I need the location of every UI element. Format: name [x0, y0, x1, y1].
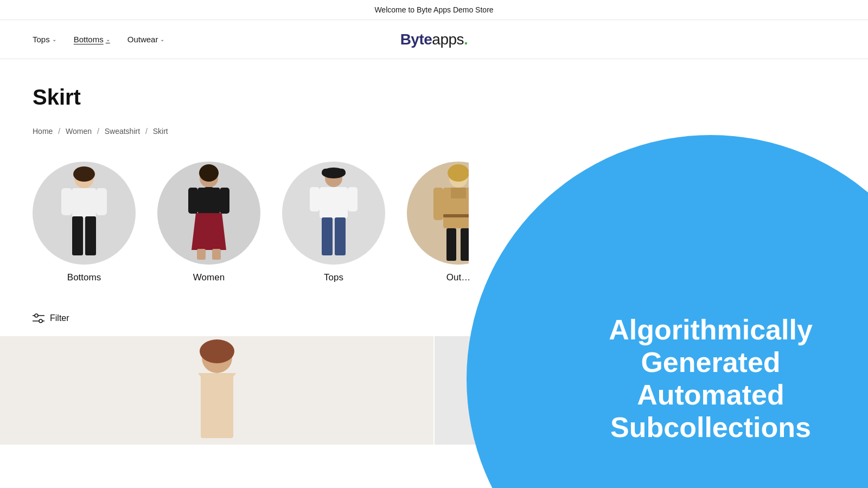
announcement-text: Welcome to Byte Apps Demo Store — [374, 5, 493, 14]
collection-outwear-label: Out… — [446, 272, 470, 283]
svg-rect-12 — [212, 249, 221, 260]
svg-point-24 — [448, 164, 469, 182]
svg-rect-37 — [201, 373, 233, 438]
svg-rect-13 — [188, 188, 198, 214]
collection-outwear-circle — [407, 162, 510, 265]
breadcrumb-sep-1: / — [58, 127, 62, 136]
collection-tops[interactable]: Tops — [282, 162, 385, 283]
svg-rect-31 — [474, 188, 483, 220]
breadcrumb-skirt[interactable]: Skirt — [153, 127, 168, 136]
logo-dot: . — [464, 31, 468, 48]
breadcrumb-home[interactable]: Home — [33, 127, 53, 136]
svg-rect-20 — [348, 187, 358, 211]
tops-figure — [301, 163, 366, 264]
collection-women-circle — [157, 162, 260, 265]
breadcrumb-sep-2: / — [97, 127, 101, 136]
svg-rect-30 — [433, 188, 443, 220]
svg-rect-5 — [61, 188, 72, 215]
breadcrumb: Home / Women / Sweatshirt / Skirt — [33, 127, 835, 136]
breadcrumb-sep-3: / — [145, 127, 150, 136]
collection-women[interactable]: Women — [157, 162, 260, 283]
collection-tops-circle — [282, 162, 385, 265]
women-figure — [176, 163, 241, 264]
collection-bottoms-circle — [33, 162, 136, 265]
collection-women-label: Women — [193, 272, 225, 283]
svg-rect-14 — [220, 188, 229, 214]
filter-sliders-icon — [33, 313, 44, 323]
svg-point-33 — [35, 314, 38, 317]
nav-item-bottoms[interactable]: Bottoms ⌄ — [74, 35, 110, 44]
nav-tops-chevron: ⌄ — [52, 36, 56, 42]
svg-point-35 — [39, 319, 42, 323]
bottoms-figure — [52, 163, 117, 264]
collection-bottoms-label: Bottoms — [67, 272, 101, 283]
svg-point-1 — [73, 166, 95, 182]
collection-tops-label: Tops — [324, 272, 343, 283]
product-1-figure — [163, 336, 271, 445]
nav-outwear-chevron: ⌄ — [160, 36, 164, 42]
page-title: Skirt — [33, 85, 835, 110]
filter-icon[interactable] — [33, 313, 44, 323]
svg-rect-11 — [197, 249, 206, 260]
announcement-bar: Welcome to Byte Apps Demo Store — [0, 0, 868, 20]
svg-rect-21 — [322, 217, 333, 255]
nav-outwear-label: Outwear — [127, 35, 158, 44]
svg-rect-6 — [96, 188, 107, 215]
svg-rect-3 — [72, 216, 83, 255]
collection-bottoms[interactable]: Bottoms — [33, 162, 136, 283]
product-card-1[interactable] — [0, 336, 433, 445]
svg-rect-19 — [310, 187, 320, 211]
outwear-figure — [426, 163, 491, 264]
svg-rect-10 — [205, 187, 213, 194]
breadcrumb-sweatshirt[interactable]: Sweatshirt — [105, 127, 140, 136]
svg-rect-4 — [85, 216, 96, 255]
svg-rect-18 — [320, 187, 348, 219]
logo-suffix: apps — [432, 31, 464, 48]
navigation: Tops ⌄ Bottoms ⌄ Outwear ⌄ Byteapps. — [0, 20, 868, 59]
nav-tops-label: Tops — [33, 35, 50, 44]
logo[interactable]: Byteapps. — [400, 31, 468, 48]
filter-label[interactable]: Filter — [50, 313, 69, 323]
promo-text: Algorithmically Generated Automated Subc… — [559, 292, 863, 465]
page-content: Skirt Home / Women / Sweatshirt / Skirt — [0, 59, 868, 445]
svg-point-38 — [200, 339, 234, 363]
svg-rect-28 — [446, 228, 456, 261]
svg-rect-29 — [461, 228, 470, 261]
svg-rect-26 — [451, 188, 466, 198]
svg-rect-2 — [72, 188, 96, 218]
nav-item-outwear[interactable]: Outwear ⌄ — [127, 35, 165, 44]
nav-left: Tops ⌄ Bottoms ⌄ Outwear ⌄ — [33, 35, 164, 44]
breadcrumb-women[interactable]: Women — [66, 127, 92, 136]
nav-item-tops[interactable]: Tops ⌄ — [33, 35, 56, 44]
svg-rect-17 — [322, 169, 346, 176]
nav-bottoms-chevron: ⌄ — [106, 36, 110, 42]
nav-bottoms-label: Bottoms — [74, 35, 104, 44]
svg-rect-22 — [335, 217, 346, 255]
svg-point-8 — [199, 164, 219, 182]
logo-brand: Byte — [400, 31, 432, 48]
svg-rect-27 — [443, 214, 474, 217]
